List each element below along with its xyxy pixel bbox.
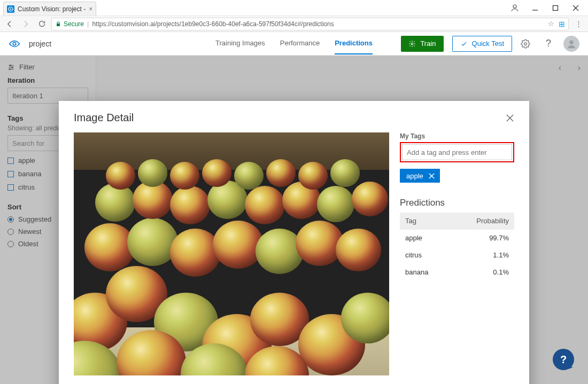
svg-point-8 [412, 43, 414, 45]
back-button[interactable] [3, 18, 16, 30]
user-avatar[interactable] [563, 36, 579, 52]
browser-tab[interactable]: Custom Vision: project - × [3, 2, 96, 15]
address-bar[interactable]: Secure | https://customvision.ai/project… [51, 18, 569, 30]
tab-title: Custom Vision: project - [18, 5, 86, 13]
my-tags-label: My Tags [400, 132, 514, 140]
prediction-tag: citrus [400, 247, 450, 264]
svg-point-7 [13, 42, 16, 45]
app-header: project Training Images Performance Pred… [0, 32, 588, 56]
help-chat-button[interactable]: ? [553, 349, 574, 370]
browser-toolbar: Secure | https://customvision.ai/project… [0, 16, 588, 32]
tag-chip-label: apple [406, 172, 423, 180]
help-icon[interactable]: ? [542, 38, 555, 49]
modal-title: Image Detail [74, 112, 134, 124]
tab-close-icon[interactable]: × [89, 5, 92, 13]
modal-close-button[interactable] [506, 114, 514, 122]
predictions-col-tag: Tag [400, 213, 450, 230]
svg-point-1 [10, 8, 11, 9]
predictions-table: Tag Probability apple 99.7% citrus 1.1% [400, 213, 514, 280]
preview-image [74, 132, 389, 375]
image-detail-modal: Image Detail [59, 101, 529, 384]
window-minimize-button[interactable] [525, 0, 545, 15]
forward-button[interactable] [19, 18, 32, 30]
secure-label: Secure [64, 20, 84, 28]
prediction-prob: 1.1% [450, 247, 514, 264]
window-close-button[interactable] [566, 0, 586, 15]
prediction-row: citrus 1.1% [400, 247, 514, 264]
star-icon[interactable]: ☆ [548, 20, 554, 28]
predictions-heading: Predictions [400, 198, 514, 208]
reload-button[interactable] [35, 18, 48, 30]
chrome-menu-button[interactable]: ⋮ [572, 18, 585, 30]
train-button[interactable]: Train [401, 36, 443, 52]
secure-indicator: Secure [55, 20, 84, 28]
project-name[interactable]: project [29, 40, 51, 48]
prediction-row: apple 99.7% [400, 230, 514, 247]
quick-test-label: Quick Test [472, 40, 504, 48]
tab-training-images[interactable]: Training Images [215, 33, 265, 54]
prediction-tag: banana [400, 264, 450, 281]
favicon-icon [7, 5, 14, 13]
prediction-prob: 0.1% [450, 264, 514, 281]
custom-vision-logo-icon [9, 38, 20, 50]
prediction-row: banana 0.1% [400, 264, 514, 281]
tab-performance[interactable]: Performance [280, 33, 320, 54]
tag-input-highlight [400, 142, 514, 162]
quick-test-button[interactable]: Quick Test [452, 36, 512, 52]
prediction-tag: apple [400, 230, 450, 247]
svg-point-9 [524, 42, 527, 45]
svg-point-10 [569, 40, 573, 44]
tag-chip-apple[interactable]: apple [400, 169, 440, 183]
svg-rect-4 [553, 5, 558, 10]
tag-input[interactable] [402, 144, 512, 160]
tag-chip-remove-icon[interactable] [429, 173, 435, 179]
windows-square-icon[interactable]: ⊞ [559, 20, 565, 28]
predictions-col-probability: Probability [450, 213, 514, 230]
profile-icon[interactable] [505, 0, 525, 15]
svg-point-2 [513, 5, 516, 8]
window-maximize-button[interactable] [545, 0, 566, 15]
prediction-prob: 99.7% [450, 230, 514, 247]
url-text: https://customvision.ai/projects/1eb9e0c… [92, 20, 334, 28]
tab-predictions[interactable]: Predictions [335, 33, 373, 54]
settings-icon[interactable] [521, 39, 533, 49]
os-titlebar: Custom Vision: project - × [0, 0, 588, 16]
train-button-label: Train [420, 40, 436, 48]
